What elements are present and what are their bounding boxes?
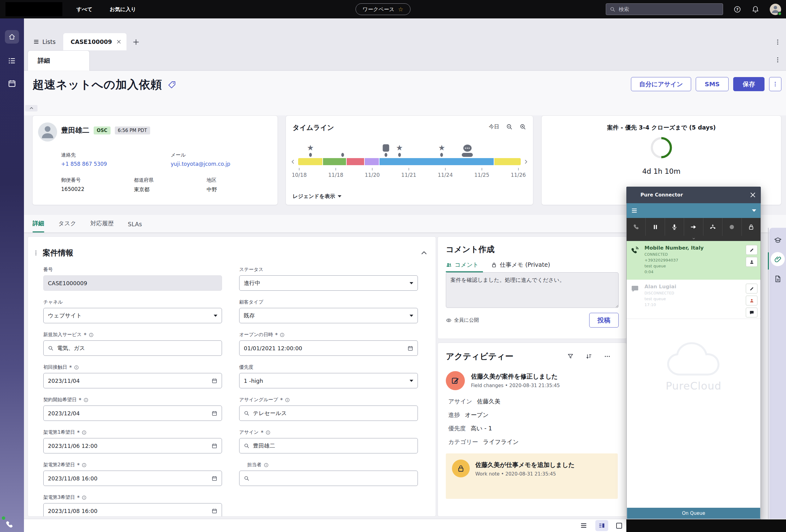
contact-alert-button[interactable] — [746, 296, 758, 305]
assignment-group-lookup[interactable]: テレセールス — [239, 406, 418, 421]
contact-call-button[interactable] — [746, 257, 758, 267]
sidebar-item-calendar[interactable] — [8, 79, 16, 88]
info-icon[interactable] — [264, 463, 269, 467]
collapse-section-icon[interactable] — [420, 249, 428, 257]
timeline-segment[interactable] — [379, 158, 494, 165]
right-scrollbar[interactable] — [768, 228, 769, 519]
timeline-bar[interactable] — [298, 158, 521, 165]
calendar-icon[interactable] — [211, 443, 217, 449]
workspace-pill[interactable]: ワークペース ☆ — [355, 3, 411, 15]
tab-worknote[interactable]: 仕事メモ (Private) — [491, 261, 550, 272]
opened-at-input[interactable]: 01/01/2021 12:00:00 — [239, 341, 418, 356]
docrow-menu-icon[interactable] — [775, 56, 781, 63]
timeline-segment[interactable] — [323, 158, 346, 165]
person-in-charge-lookup[interactable] — [239, 470, 418, 486]
calendar-icon[interactable] — [408, 345, 413, 351]
search-input[interactable] — [619, 6, 719, 12]
global-search[interactable] — [606, 3, 723, 15]
collapse-ribbon-button[interactable] — [25, 105, 38, 111]
contact-phone-link[interactable]: +1 858 867 5309 — [61, 161, 107, 167]
visibility-toggle[interactable]: 全員に公開 — [446, 317, 479, 324]
learning-icon[interactable] — [774, 236, 782, 245]
timeline-marker-star[interactable]: ★ — [438, 144, 445, 157]
priority-select[interactable]: 1 -high — [239, 373, 418, 388]
drag-handle-icon[interactable] — [33, 250, 39, 256]
timeline-marker-dot[interactable] — [341, 153, 344, 157]
tag-icon[interactable] — [168, 80, 176, 89]
assign-to-me-button[interactable]: 自分にアサイン — [631, 77, 691, 91]
timeline-segment[interactable] — [298, 158, 322, 165]
assigned-to-lookup[interactable]: 豊田雄二 — [239, 438, 418, 454]
call-button[interactable] — [627, 218, 646, 236]
activity-menu-icon[interactable] — [604, 353, 611, 360]
nav-favorites[interactable]: お気に入り — [110, 6, 136, 13]
tab-interactions[interactable]: 対応履歴 — [90, 219, 114, 232]
connector-header[interactable]: Pure Connector — [626, 187, 761, 203]
document-icon[interactable] — [774, 275, 782, 283]
timeline-marker-square[interactable] — [383, 144, 389, 157]
call-preference-1-input[interactable]: 2023/11/06 12:00 — [43, 438, 222, 454]
sidebar-item-home[interactable] — [5, 30, 19, 44]
secure-pause-button[interactable] — [742, 218, 761, 236]
customer-type-select[interactable]: 既存 — [239, 308, 418, 323]
sms-button[interactable]: SMS — [696, 77, 729, 91]
hangup-button[interactable] — [703, 218, 722, 236]
info-icon[interactable] — [74, 365, 79, 370]
timeline-segment[interactable] — [494, 158, 521, 165]
contact-email-link[interactable]: yuji.toyota@jcom.co.jp — [171, 161, 230, 167]
timeline-segment[interactable] — [365, 158, 379, 165]
call-item-disconnected[interactable]: Alan Lugiai DISCONNECTED test queue 17:1… — [627, 280, 761, 319]
calendar-icon[interactable] — [211, 508, 217, 514]
timeline-next-icon[interactable] — [523, 158, 529, 165]
timeline-today-button[interactable]: 今日 — [489, 123, 499, 130]
info-icon[interactable] — [89, 332, 94, 338]
layout-full-icon[interactable] — [616, 523, 622, 529]
timeline-prev-icon[interactable] — [290, 158, 296, 165]
layout-split-button[interactable] — [595, 520, 608, 531]
nav-all[interactable]: すべて — [76, 6, 92, 13]
chat-button[interactable] — [746, 307, 758, 318]
tab-close-icon[interactable] — [116, 39, 121, 45]
connector-dropdown-caret[interactable] — [752, 209, 756, 212]
new-service-lookup[interactable]: 電気、ガス — [43, 341, 222, 356]
info-icon[interactable] — [82, 463, 87, 467]
info-icon[interactable] — [285, 397, 290, 402]
sort-icon[interactable] — [585, 353, 592, 360]
timeline-marker-star[interactable]: ★ — [396, 144, 403, 157]
contract-start-date-input[interactable]: 2023/12/04 — [43, 406, 222, 421]
layout-list-icon[interactable] — [580, 522, 587, 529]
call-preference-3-input[interactable]: 2023/11/08 16:00 — [43, 503, 222, 517]
tab-detail[interactable]: 詳細 — [32, 219, 44, 232]
save-button[interactable]: 保存 — [733, 77, 764, 91]
filter-icon[interactable] — [567, 353, 574, 360]
tab-comment[interactable]: コメント — [446, 261, 479, 272]
timeline-segment[interactable] — [347, 158, 364, 165]
calendar-icon[interactable] — [211, 378, 217, 384]
tab-tasks[interactable]: タスク — [58, 219, 76, 232]
more-actions-button[interactable] — [769, 77, 781, 91]
notifications-icon[interactable] — [752, 5, 759, 13]
call-item-active[interactable]: Mobile Number, Italy CONNECTED +39320299… — [627, 241, 761, 280]
record-button[interactable] — [722, 218, 741, 236]
tab-case[interactable]: CASE100009 — [63, 33, 126, 50]
calendar-icon[interactable] — [211, 476, 217, 481]
zoom-out-icon[interactable] — [506, 123, 513, 130]
help-icon[interactable] — [734, 5, 741, 13]
post-button[interactable]: 投稿 — [589, 313, 619, 327]
sidebar-item-phone[interactable] — [5, 520, 14, 529]
status-select[interactable]: 進行中 — [239, 275, 418, 291]
transfer-button[interactable] — [684, 218, 703, 236]
channel-select[interactable]: ウェブサイト — [43, 308, 222, 323]
sidebar-item-lists[interactable] — [8, 56, 16, 65]
number-input[interactable]: CASE1000009 — [43, 275, 222, 291]
timeline-marker-star[interactable]: ★ — [307, 144, 314, 157]
edit-call-button[interactable] — [746, 245, 758, 255]
info-icon[interactable] — [82, 430, 87, 435]
call-preference-2-input[interactable]: 2023/11/08 16:00 — [43, 470, 222, 486]
star-icon[interactable]: ☆ — [398, 6, 403, 12]
info-icon[interactable] — [82, 495, 87, 500]
controls-expand-row[interactable] — [627, 236, 761, 241]
attachments-button[interactable] — [771, 252, 785, 266]
tab-slas[interactable]: SLAs — [128, 221, 142, 232]
connector-menu-icon[interactable] — [631, 207, 638, 214]
